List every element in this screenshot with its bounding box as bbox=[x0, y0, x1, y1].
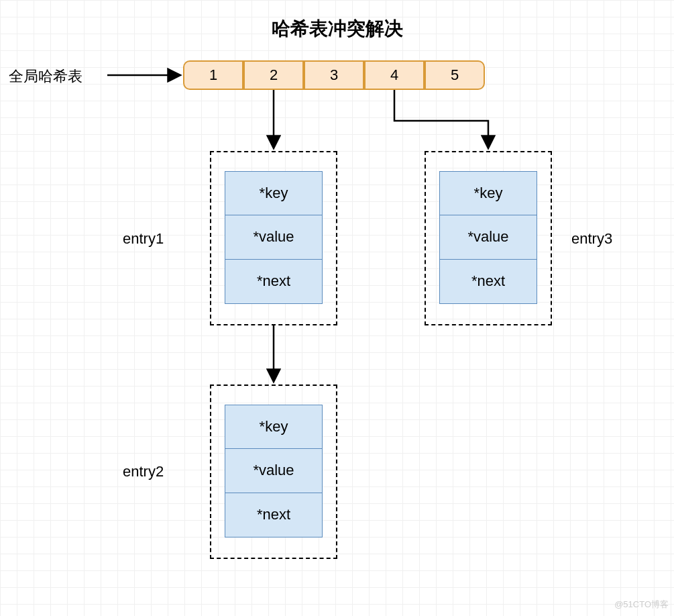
entry2-next: *next bbox=[225, 493, 323, 537]
entry3-key: *key bbox=[439, 171, 537, 215]
entry2-key: *key bbox=[225, 405, 323, 449]
global-hash-label: 全局哈希表 bbox=[9, 66, 82, 87]
entry3-value: *value bbox=[439, 215, 537, 260]
entry1-value: *value bbox=[225, 215, 323, 260]
entry2-box: *key *value *next bbox=[210, 384, 337, 559]
bucket-5: 5 bbox=[425, 60, 485, 90]
entry2-value: *value bbox=[225, 449, 323, 493]
bucket-2: 2 bbox=[243, 60, 304, 90]
entry3-next: *next bbox=[439, 260, 537, 304]
bucket-4: 4 bbox=[364, 60, 425, 90]
bucket-3: 3 bbox=[304, 60, 364, 90]
entry1-box: *key *value *next bbox=[210, 151, 337, 325]
entry1-label: entry1 bbox=[123, 230, 164, 248]
entry1-next: *next bbox=[225, 260, 323, 304]
entry1-key: *key bbox=[225, 171, 323, 215]
watermark: @51CTO博客 bbox=[614, 599, 669, 611]
entry2-label: entry2 bbox=[123, 463, 164, 480]
entry3-label: entry3 bbox=[571, 230, 612, 248]
bucket-1: 1 bbox=[183, 60, 243, 90]
entry3-box: *key *value *next bbox=[425, 151, 552, 325]
diagram-title: 哈希表冲突解决 bbox=[0, 16, 674, 42]
